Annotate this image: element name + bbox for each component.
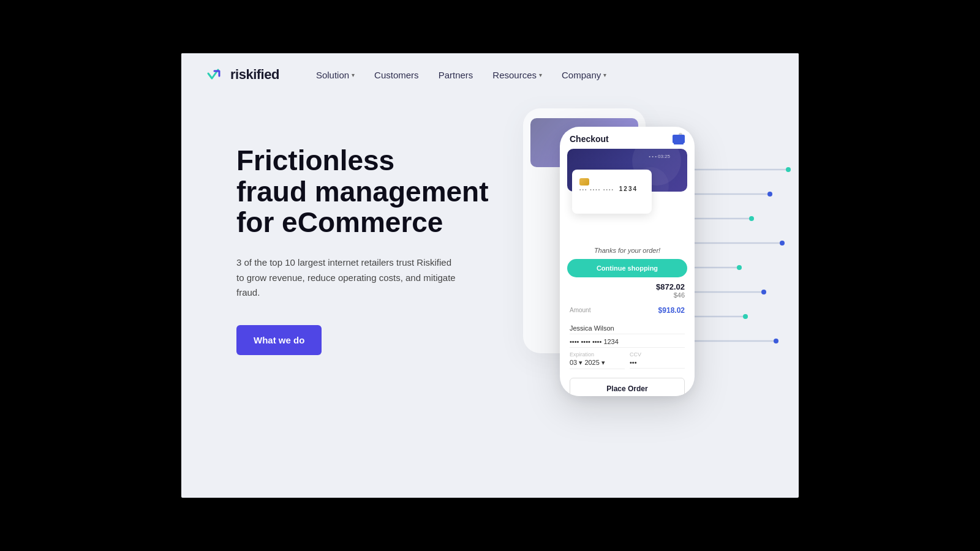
svg-point-5 (749, 216, 754, 221)
card-icon (673, 135, 685, 143)
nav-link-partners[interactable]: Partners (439, 70, 473, 80)
amount-row: Amount $918.02 (560, 302, 695, 317)
hero-content: Frictionless fraud management for eComme… (236, 127, 489, 355)
amount-label: Amount (570, 307, 590, 313)
ccv-label: CCV (630, 351, 685, 358)
svg-point-13 (743, 314, 748, 319)
phone-area: Checkout • • • 03:25 ••• •••• •••• 1234 (511, 108, 799, 498)
logo[interactable]: riskified (206, 67, 279, 83)
price-main: $872.02 (656, 282, 685, 291)
svg-point-9 (737, 265, 742, 270)
svg-point-3 (767, 192, 772, 197)
chip-icon (579, 178, 589, 186)
name-value: Jessica Wilson (570, 324, 685, 334)
place-order-button[interactable]: Place Order (570, 378, 685, 396)
card-masked-number: ••• •••• •••• 1234 (579, 186, 644, 192)
logo-text: riskified (230, 67, 279, 83)
checkout-title: Checkout (570, 134, 609, 144)
form-section: Jessica Wilson •••• •••• •••• 1234 Expir… (560, 317, 695, 373)
price-addon: $46 (674, 291, 685, 299)
nav-item-company[interactable]: Company ▾ (562, 70, 606, 80)
nav-links: Solution ▾ Customers Partners Resources … (316, 70, 606, 80)
order-confirm-text: Thanks for your order! (567, 247, 687, 254)
hero-title: Frictionless fraud management for eComme… (236, 145, 489, 238)
chevron-down-icon: ▾ (352, 72, 355, 78)
chevron-down-icon-resources: ▾ (539, 72, 542, 78)
navbar: riskified Solution ▾ Customers Partners (181, 53, 799, 96)
card-dots: • • • (649, 154, 657, 159)
svg-point-15 (774, 339, 778, 343)
expiry-label: Expiration (570, 351, 625, 358)
logo-icon (206, 67, 225, 82)
order-confirm-section: Thanks for your order! Continue shopping (567, 247, 687, 277)
continue-shopping-button[interactable]: Continue shopping (567, 259, 687, 277)
hero-subtitle: 3 of the top 10 largest internet retaile… (236, 255, 457, 301)
svg-point-1 (786, 167, 791, 172)
nav-link-company[interactable]: Company ▾ (562, 70, 606, 80)
svg-point-11 (761, 290, 766, 294)
nav-link-customers[interactable]: Customers (374, 70, 419, 80)
card-time: 03:25 (658, 154, 670, 159)
price-block: $872.02 $46 (560, 279, 695, 302)
cta-button[interactable]: What we do (236, 325, 322, 355)
chart-visualization (688, 145, 799, 421)
phone-frame: Checkout • • • 03:25 ••• •••• •••• 1234 (560, 127, 695, 396)
checkout-header: Checkout (560, 127, 695, 149)
hero-section: Frictionless fraud management for eComme… (181, 96, 799, 498)
chevron-down-icon-company: ▾ (603, 72, 606, 78)
expiry-cvv-row: Expiration 03 ▾ 2025 ▾ CCV ••• (570, 348, 685, 369)
ccv-col: CCV ••• (630, 348, 685, 369)
svg-point-7 (780, 241, 785, 246)
nav-item-customers[interactable]: Customers (374, 70, 419, 80)
nav-link-resources[interactable]: Resources ▾ (492, 70, 542, 80)
expiry-col: Expiration 03 ▾ 2025 ▾ (570, 348, 625, 369)
card-number-value: •••• •••• •••• 1234 (570, 338, 685, 348)
nav-item-resources[interactable]: Resources ▾ (492, 70, 542, 80)
ccv-value: ••• (630, 359, 685, 369)
expiry-value: 03 ▾ 2025 ▾ (570, 359, 625, 369)
page-wrapper: riskified Solution ▾ Customers Partners (181, 53, 799, 498)
nav-link-solution[interactable]: Solution ▾ (316, 70, 355, 80)
nav-item-partners[interactable]: Partners (439, 70, 473, 80)
nav-item-solution[interactable]: Solution ▾ (316, 70, 355, 80)
price-total: $918.02 (658, 306, 685, 315)
light-card: ••• •••• •••• 1234 (572, 170, 652, 214)
